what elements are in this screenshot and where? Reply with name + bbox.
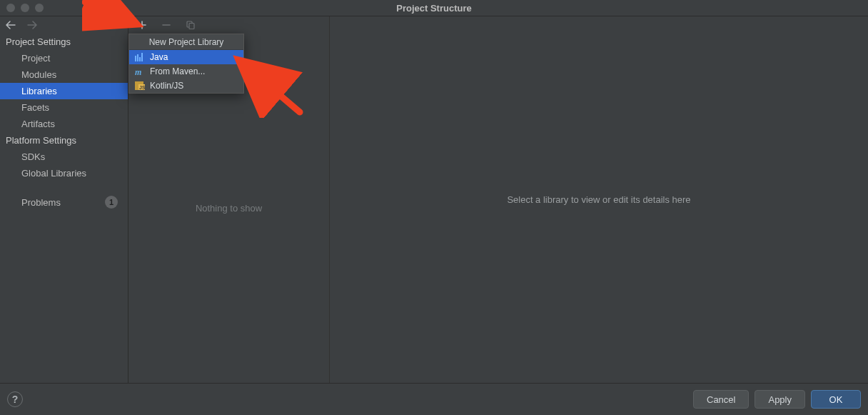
- sidebar-item-sdks[interactable]: SDKs: [0, 149, 128, 165]
- window-controls: [0, 4, 44, 12]
- help-icon: ?: [12, 394, 19, 405]
- popup-item-kotlin-js-label: Kotlin/JS: [150, 81, 183, 91]
- problems-label: Problems: [21, 197, 61, 208]
- svg-text:JS: JS: [139, 85, 145, 90]
- sidebar-item-artifacts[interactable]: Artifacts: [0, 116, 128, 132]
- forward-icon[interactable]: [27, 21, 36, 29]
- svg-rect-2: [135, 56, 136, 61]
- nav-arrows: [0, 16, 128, 34]
- popup-item-kotlin-js[interactable]: JS Kotlin/JS: [129, 79, 243, 93]
- sidebar-item-libraries[interactable]: Libraries: [0, 83, 128, 99]
- svg-rect-4: [139, 57, 141, 61]
- copy-library-button[interactable]: [186, 20, 196, 30]
- minimize-window-dot[interactable]: [21, 4, 29, 12]
- apply-button-label: Apply: [768, 394, 792, 405]
- zoom-window-dot[interactable]: [35, 4, 44, 12]
- dialog-footer: ? Cancel Apply OK: [0, 383, 868, 415]
- close-window-dot[interactable]: [6, 4, 15, 12]
- popup-item-java[interactable]: Java: [129, 50, 243, 64]
- sidebar-item-project[interactable]: Project: [0, 50, 128, 66]
- ok-button-label: OK: [829, 394, 843, 405]
- sidebar-item-modules[interactable]: Modules: [0, 66, 128, 83]
- sidebar: Project Settings Project Modules Librari…: [0, 16, 128, 383]
- svg-rect-5: [141, 53, 143, 61]
- sidebar-item-facets[interactable]: Facets: [0, 99, 128, 116]
- sidebar-heading-project-settings: Project Settings: [0, 34, 128, 50]
- apply-button[interactable]: Apply: [755, 390, 805, 409]
- library-toolbar: [128, 16, 329, 34]
- svg-text:m: m: [135, 67, 141, 76]
- help-button[interactable]: ?: [7, 391, 23, 407]
- library-list-empty-text: Nothing to show: [196, 203, 262, 214]
- sidebar-heading-platform-settings: Platform Settings: [0, 132, 128, 149]
- java-library-icon: [135, 52, 145, 62]
- cancel-button[interactable]: Cancel: [693, 390, 749, 409]
- library-detail-panel: Select a library to view or edit its det…: [330, 16, 868, 383]
- sidebar-item-global-libraries[interactable]: Global Libraries: [0, 165, 128, 181]
- window-title: Project Structure: [0, 3, 868, 14]
- remove-library-button[interactable]: [161, 20, 171, 30]
- cancel-button-label: Cancel: [707, 394, 735, 405]
- sidebar-item-problems[interactable]: Problems 1: [0, 193, 128, 211]
- maven-icon: m: [135, 66, 145, 76]
- popup-item-maven[interactable]: m From Maven...: [129, 64, 243, 79]
- new-library-popup: New Project Library Java m From Maven...…: [128, 34, 244, 94]
- titlebar: Project Structure: [0, 0, 868, 16]
- ok-button[interactable]: OK: [811, 390, 861, 409]
- popup-item-java-label: Java: [150, 52, 168, 62]
- library-detail-hint: Select a library to view or edit its det…: [507, 194, 690, 205]
- new-library-popup-title: New Project Library: [129, 34, 243, 50]
- problems-count-badge: 1: [105, 196, 118, 209]
- back-icon[interactable]: [6, 21, 14, 29]
- popup-item-maven-label: From Maven...: [150, 66, 205, 76]
- svg-rect-3: [137, 54, 138, 61]
- svg-rect-1: [189, 24, 194, 29]
- add-library-button[interactable]: [137, 20, 147, 30]
- kotlin-js-icon: JS: [135, 81, 145, 91]
